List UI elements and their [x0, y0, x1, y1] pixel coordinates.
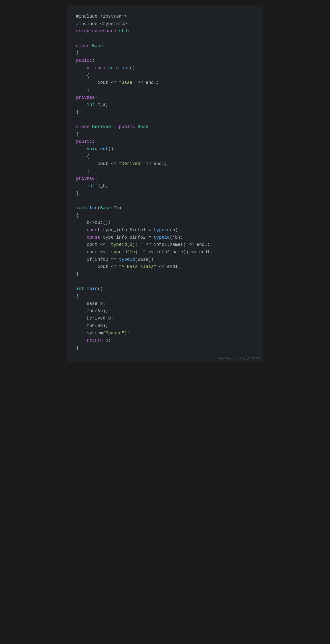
code-line: { [76, 293, 254, 300]
code-token: << [108, 161, 119, 166]
code-token [97, 146, 100, 151]
code-token: : [95, 95, 98, 100]
code-line: { [76, 153, 254, 160]
code-token: 0; [103, 338, 111, 343]
code-line: system("pause"); [76, 330, 254, 337]
code-token: #include [76, 14, 100, 19]
code-token: () [130, 66, 135, 70]
code-line: class Derived : public Base [76, 123, 254, 131]
code-token: void [87, 146, 97, 151]
code-token: void [76, 206, 87, 210]
code-token: Base [100, 206, 111, 210]
code-line: } [76, 344, 254, 352]
code-token: << endl; [135, 80, 159, 85]
code-token: const [87, 235, 100, 240]
code-token: <typeinfo> [100, 21, 127, 26]
code-token: m_a; [95, 102, 108, 107]
code-token: int [87, 102, 95, 107]
code-token: } [76, 272, 79, 276]
code-token: cout [76, 80, 108, 85]
code-token: } [76, 345, 79, 350]
code-line: cout << "A Bass class" << endl; [76, 263, 254, 271]
code-token: }; [76, 110, 82, 114]
code-token: cout << [76, 264, 119, 269]
code-line: private: [76, 94, 254, 102]
code-token: typeid [119, 257, 135, 262]
code-token: class [76, 44, 89, 48]
code-token: out [122, 66, 130, 70]
code-token: fun(&b); [76, 308, 108, 314]
code-line [76, 278, 254, 286]
code-token: "Derived" [119, 161, 143, 166]
code-token: { [76, 154, 89, 159]
code-token: (Base)) [135, 257, 154, 262]
code-line: cout << "typeid(*b): " << info2.name() <… [76, 248, 254, 256]
code-token: (*b); [170, 235, 183, 240]
code-token: }; [76, 191, 82, 196]
code-line: } [76, 271, 254, 278]
code-token: Derived [92, 124, 111, 129]
code-line: { [76, 72, 254, 80]
code-token: main [87, 286, 97, 291]
code-line: int m_b; [76, 182, 254, 190]
code-token [84, 286, 87, 291]
code-token: { [76, 50, 79, 56]
code-line: void out() [76, 145, 254, 153]
code-container: #include <iostream>#include <typeinfo>us… [67, 5, 263, 362]
code-token: () [97, 286, 103, 291]
code-line: const type_info &info1 = typeid(b); [76, 226, 254, 234]
code-token [89, 28, 92, 34]
code-token: << endl; [143, 161, 167, 166]
code-line: const type_info &info2 = typeid(*b); [76, 234, 254, 242]
code-token: typeid [154, 235, 170, 240]
code-line [76, 35, 254, 42]
code-token: () [108, 146, 114, 151]
code-token: b->out(); [76, 220, 111, 225]
code-line: using namespace std; [76, 28, 254, 35]
code-token: void [108, 66, 119, 70]
code-line: int m_a; [76, 101, 254, 109]
code-token [76, 102, 87, 107]
code-token: Base [92, 44, 103, 48]
code-token: class [76, 124, 89, 129]
code-line: #include <iostream> [76, 13, 254, 20]
code-line: { [76, 131, 254, 138]
code-token: : [111, 124, 119, 129]
code-token: { [76, 132, 79, 137]
watermark: https://blog.csdn.net/qq_42898536 [218, 357, 260, 360]
code-line: void fun(Base *b) [76, 204, 254, 212]
code-line: { [76, 212, 254, 219]
code-token [76, 338, 87, 343]
code-token: *b) [111, 206, 121, 210]
code-line: Derived d; [76, 315, 254, 322]
code-line: private: [76, 175, 254, 182]
code-line: #include <typeinfo> [76, 20, 254, 28]
code-token: #include [76, 21, 100, 26]
code-line: public: [76, 57, 254, 64]
code-token: <iostream> [100, 14, 127, 19]
code-token [116, 28, 119, 34]
code-token: << info1.name() << endl; [143, 242, 210, 247]
code-token: virtual [76, 66, 106, 70]
code-token: cout [76, 161, 108, 166]
code-token: ); [124, 331, 130, 336]
code-token: Base [138, 124, 148, 129]
code-token: const [87, 228, 100, 232]
code-line: public: [76, 138, 254, 146]
code-line: } [76, 86, 254, 94]
code-token [76, 228, 87, 232]
code-line: Base b; [76, 300, 254, 308]
code-token: Derived d; [76, 316, 114, 321]
code-token: "typeid(b): " [108, 242, 143, 247]
code-token: std [119, 28, 127, 34]
code-token: m_b; [95, 183, 108, 188]
code-line: { [76, 50, 254, 57]
code-line: class Base [76, 42, 254, 50]
code-token: << [108, 80, 119, 85]
code-token: : [95, 176, 98, 181]
code-line: }; [76, 109, 254, 116]
code-token: } [76, 168, 89, 174]
code-line: cout << "Derived" << endl; [76, 160, 254, 168]
code-token: int [87, 183, 95, 188]
code-token [87, 206, 89, 210]
